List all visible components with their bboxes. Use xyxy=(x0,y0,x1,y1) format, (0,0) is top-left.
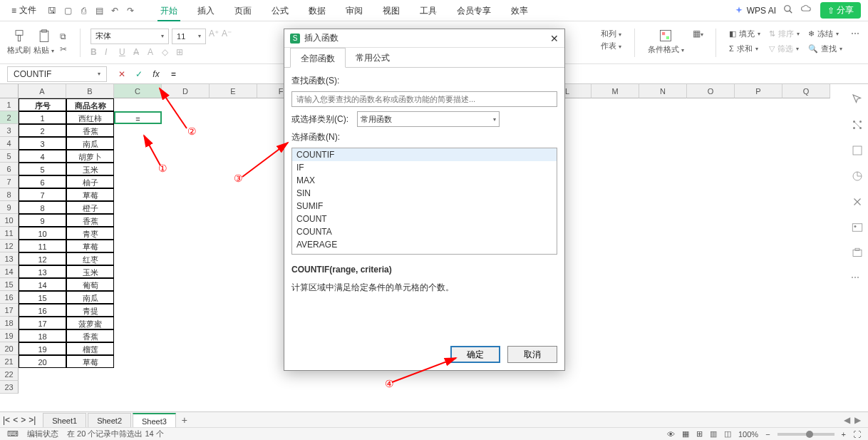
format-brush-button[interactable]: 格式刷 xyxy=(7,29,31,56)
col-header-N[interactable]: N xyxy=(639,84,687,98)
hscroll-left-icon[interactable]: ◀ xyxy=(844,415,850,425)
cell-A6[interactable]: 5 xyxy=(19,163,66,175)
cell-B1[interactable]: 商品名称 xyxy=(66,98,114,111)
function-item-SIN[interactable]: SIN xyxy=(292,187,557,200)
bold-icon[interactable]: B xyxy=(91,47,100,57)
row-header-4[interactable]: 4 xyxy=(0,137,19,150)
sidebar-image-icon[interactable] xyxy=(851,221,864,234)
row-header-22[interactable]: 22 xyxy=(0,368,19,381)
cell-A10[interactable]: 9 xyxy=(19,214,66,227)
view-page-icon[interactable]: ▥ xyxy=(710,429,717,439)
row-header-9[interactable]: 9 xyxy=(0,201,19,214)
cell-B19[interactable]: 香蕉 xyxy=(66,329,114,342)
cell-B18[interactable]: 菠萝蜜 xyxy=(66,317,114,329)
cell-A21[interactable]: 20 xyxy=(19,355,66,368)
sheet-nav-last[interactable]: >| xyxy=(29,415,36,425)
row-header-6[interactable]: 6 xyxy=(0,163,19,175)
wps-ai-button[interactable]: WPS AI xyxy=(734,6,776,16)
cell-A18[interactable]: 17 xyxy=(19,317,66,329)
sort-button[interactable]: ⇅排序▾ xyxy=(769,29,800,39)
dialog-tab-全部函数[interactable]: 全部函数 xyxy=(290,48,346,68)
dialog-tab-常用公式[interactable]: 常用公式 xyxy=(346,48,400,67)
fill-color-icon[interactable]: ◇ xyxy=(162,47,172,57)
sidebar-chart-icon[interactable] xyxy=(851,170,864,183)
cut-icon[interactable]: ✂ xyxy=(60,44,70,54)
eye-icon[interactable]: 👁 xyxy=(667,430,675,439)
strike-icon[interactable]: A̶ xyxy=(133,47,143,57)
sheet-nav-next[interactable]: > xyxy=(21,415,26,425)
function-item-MAX[interactable]: MAX xyxy=(292,174,557,187)
cell-B5[interactable]: 胡萝卜 xyxy=(66,150,114,163)
function-item-SUMIF[interactable]: SUMIF xyxy=(292,200,557,213)
menu-tab-开始[interactable]: 开始 xyxy=(157,0,180,21)
sidebar-style-icon[interactable] xyxy=(851,144,864,157)
view-normal-icon[interactable]: ⊞ xyxy=(696,429,703,439)
row-header-23[interactable]: 23 xyxy=(0,381,19,394)
sheet-tab-Sheet2[interactable]: Sheet2 xyxy=(88,413,131,427)
cell-A20[interactable]: 19 xyxy=(19,342,66,355)
ribbon-more-icon[interactable]: ⋯ xyxy=(851,29,861,39)
row-header-14[interactable]: 14 xyxy=(0,265,19,278)
fill-button[interactable]: ◧填充▾ xyxy=(729,29,760,39)
function-item-IF[interactable]: IF xyxy=(292,161,557,174)
row-header-11[interactable]: 11 xyxy=(0,227,19,240)
select-all-corner[interactable] xyxy=(0,84,19,98)
zoom-level[interactable]: 100% xyxy=(738,430,758,439)
row-header-12[interactable]: 12 xyxy=(0,240,19,252)
fx-icon[interactable]: fx xyxy=(151,69,161,79)
copy-icon[interactable]: ⧉ xyxy=(60,31,70,41)
cell-B12[interactable]: 草莓 xyxy=(66,240,114,252)
cell-A15[interactable]: 14 xyxy=(19,278,66,291)
menu-tab-页面[interactable]: 页面 xyxy=(232,0,254,21)
row-col-button[interactable]: 和列 ▾ 作表 ▾ xyxy=(601,29,621,51)
new-icon[interactable]: ▢ xyxy=(62,5,73,16)
cell-B8[interactable]: 草莓 xyxy=(66,188,114,201)
menu-tab-视图[interactable]: 视图 xyxy=(380,0,403,21)
cell-B17[interactable]: 青提 xyxy=(66,304,114,317)
row-header-10[interactable]: 10 xyxy=(0,214,19,227)
col-header-B[interactable]: B xyxy=(66,84,114,98)
zoom-slider[interactable] xyxy=(777,433,835,436)
row-header-13[interactable]: 13 xyxy=(0,252,19,265)
sheet-tab-Sheet3[interactable]: Sheet3 xyxy=(133,413,176,427)
cell-B2[interactable]: 西红柿 xyxy=(66,111,114,124)
cell-A1[interactable]: 序号 xyxy=(19,98,66,111)
undo-icon[interactable]: ↶ xyxy=(109,5,120,16)
function-list[interactable]: COUNTIFIFMAXSINSUMIFCOUNTCOUNTAAVERAGE xyxy=(291,148,557,255)
cell-A9[interactable]: 8 xyxy=(19,201,66,214)
cell-B21[interactable]: 草莓 xyxy=(66,355,114,368)
italic-icon[interactable]: I xyxy=(105,47,115,57)
print-icon[interactable]: ⎙ xyxy=(78,5,89,16)
redo-icon[interactable]: ↷ xyxy=(125,5,136,16)
font-size-select[interactable]: 11▾ xyxy=(172,29,206,44)
find-button[interactable]: 🔍查找▾ xyxy=(808,44,842,54)
function-item-COUNTIF[interactable]: COUNTIF xyxy=(292,148,557,161)
hscroll-right-icon[interactable]: ▶ xyxy=(854,415,861,425)
cancel-button[interactable]: 取消 xyxy=(507,346,557,363)
zoom-out-icon[interactable]: − xyxy=(765,430,770,439)
cell-A19[interactable]: 18 xyxy=(19,329,66,342)
function-item-COUNT[interactable]: COUNT xyxy=(292,213,557,225)
cell-B6[interactable]: 玉米 xyxy=(66,163,114,175)
sum-button[interactable]: Σ求和▾ xyxy=(729,44,760,54)
row-header-3[interactable]: 3 xyxy=(0,124,19,137)
file-menu[interactable]: ≡文件 xyxy=(7,4,41,16)
cell-B3[interactable]: 香蕉 xyxy=(66,124,114,137)
paste-button[interactable]: 粘贴 ▾ xyxy=(33,29,54,56)
row-header-8[interactable]: 8 xyxy=(0,188,19,201)
row-header-2[interactable]: 2 xyxy=(0,111,19,124)
grid-toggle-icon[interactable]: ▦ xyxy=(682,429,689,439)
increase-font-icon[interactable]: A⁺ xyxy=(209,29,219,39)
search-icon[interactable] xyxy=(783,4,793,16)
cell-A5[interactable]: 4 xyxy=(19,150,66,163)
cell-A4[interactable]: 3 xyxy=(19,137,66,150)
col-header-M[interactable]: M xyxy=(591,84,639,98)
cell-A3[interactable]: 2 xyxy=(19,124,66,137)
decrease-font-icon[interactable]: A⁻ xyxy=(222,29,232,39)
row-header-19[interactable]: 19 xyxy=(0,329,19,342)
row-header-17[interactable]: 17 xyxy=(0,304,19,317)
row-header-7[interactable]: 7 xyxy=(0,175,19,188)
cell-A11[interactable]: 10 xyxy=(19,227,66,240)
font-color-icon[interactable]: A xyxy=(148,47,157,57)
sidebar-backup-icon[interactable] xyxy=(851,247,864,260)
